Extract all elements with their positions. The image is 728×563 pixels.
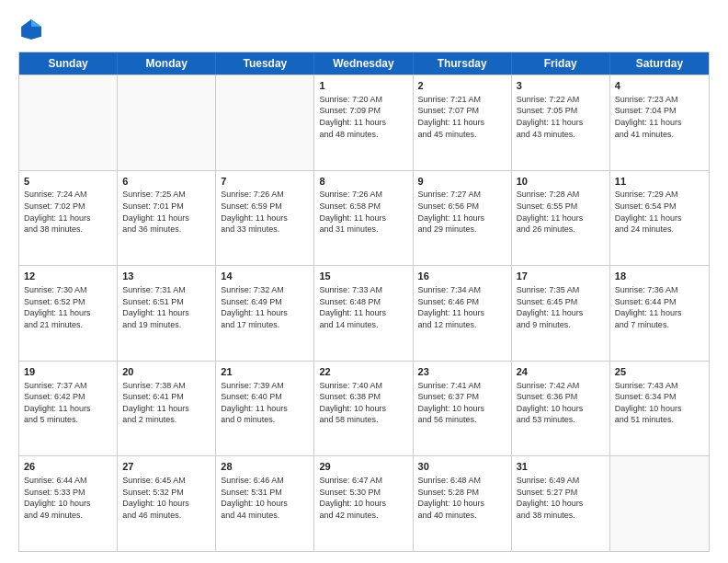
day-number: 8 [319,175,407,189]
day-info: Sunrise: 7:43 AM Sunset: 6:34 PM Dayligh… [615,380,704,426]
calendar-cell: 28Sunrise: 6:46 AM Sunset: 5:31 PM Dayli… [216,456,314,551]
calendar-cell: 14Sunrise: 7:32 AM Sunset: 6:49 PM Dayli… [216,266,314,361]
calendar-cell: 27Sunrise: 6:45 AM Sunset: 5:32 PM Dayli… [118,456,216,551]
calendar-cell [118,75,216,170]
day-info: Sunrise: 7:25 AM Sunset: 7:01 PM Dayligh… [122,189,210,235]
header [18,17,710,42]
weekday-header: Thursday [414,52,512,75]
day-info: Sunrise: 7:30 AM Sunset: 6:52 PM Dayligh… [24,284,112,330]
calendar-cell: 16Sunrise: 7:34 AM Sunset: 6:46 PM Dayli… [414,266,512,361]
calendar-cell: 24Sunrise: 7:42 AM Sunset: 6:36 PM Dayli… [512,362,610,456]
calendar-cell: 5Sunrise: 7:24 AM Sunset: 7:02 PM Daylig… [19,171,118,266]
day-info: Sunrise: 7:27 AM Sunset: 6:56 PM Dayligh… [418,189,506,235]
svg-marker-2 [31,27,41,37]
day-info: Sunrise: 7:36 AM Sunset: 6:44 PM Dayligh… [615,284,704,330]
day-number: 15 [319,270,407,283]
day-number: 14 [221,270,309,283]
day-info: Sunrise: 7:34 AM Sunset: 6:46 PM Dayligh… [418,284,506,330]
calendar-row: 5Sunrise: 7:24 AM Sunset: 7:02 PM Daylig… [19,170,709,266]
day-number: 12 [24,270,112,283]
calendar-header-row: SundayMondayTuesdayWednesdayThursdayFrid… [19,52,709,75]
calendar-cell: 15Sunrise: 7:33 AM Sunset: 6:48 PM Dayli… [314,266,413,361]
weekday-header: Saturday [610,52,709,75]
day-info: Sunrise: 6:49 AM Sunset: 5:27 PM Dayligh… [517,475,605,521]
calendar-cell: 3Sunrise: 7:22 AM Sunset: 7:05 PM Daylig… [512,75,610,170]
calendar-cell: 10Sunrise: 7:28 AM Sunset: 6:55 PM Dayli… [512,171,610,266]
day-info: Sunrise: 7:28 AM Sunset: 6:55 PM Dayligh… [517,189,605,235]
calendar-cell: 18Sunrise: 7:36 AM Sunset: 6:44 PM Dayli… [610,266,709,361]
day-info: Sunrise: 7:29 AM Sunset: 6:54 PM Dayligh… [615,189,704,235]
day-number: 1 [319,79,407,93]
calendar-cell: 19Sunrise: 7:37 AM Sunset: 6:42 PM Dayli… [19,362,118,456]
day-number: 22 [319,365,407,379]
day-info: Sunrise: 7:32 AM Sunset: 6:49 PM Dayligh… [221,284,309,330]
weekday-header: Tuesday [216,52,314,75]
calendar-row: 1Sunrise: 7:20 AM Sunset: 7:09 PM Daylig… [19,75,709,170]
calendar-cell: 25Sunrise: 7:43 AM Sunset: 6:34 PM Dayli… [610,362,709,456]
day-number: 27 [122,460,210,474]
calendar: SundayMondayTuesdayWednesdayThursdayFrid… [18,52,710,552]
day-number: 4 [615,79,704,93]
calendar-cell: 9Sunrise: 7:27 AM Sunset: 6:56 PM Daylig… [414,171,512,266]
day-number: 16 [418,270,506,283]
day-number: 20 [122,365,210,379]
weekday-header: Monday [118,52,216,75]
day-number: 29 [319,460,407,474]
day-number: 18 [615,270,704,283]
day-number: 7 [221,175,309,189]
day-number: 5 [24,175,112,189]
calendar-cell [19,75,118,170]
calendar-cell: 21Sunrise: 7:39 AM Sunset: 6:40 PM Dayli… [216,362,314,456]
day-number: 23 [418,365,506,379]
day-info: Sunrise: 7:40 AM Sunset: 6:38 PM Dayligh… [319,380,407,426]
day-number: 9 [418,175,506,189]
day-number: 13 [122,270,210,283]
day-info: Sunrise: 7:20 AM Sunset: 7:09 PM Dayligh… [319,94,407,140]
weekday-header: Wednesday [314,52,413,75]
calendar-cell: 12Sunrise: 7:30 AM Sunset: 6:52 PM Dayli… [19,266,118,361]
day-info: Sunrise: 6:44 AM Sunset: 5:33 PM Dayligh… [24,475,112,521]
calendar-body: 1Sunrise: 7:20 AM Sunset: 7:09 PM Daylig… [19,75,709,551]
page: SundayMondayTuesdayWednesdayThursdayFrid… [0,0,728,563]
calendar-row: 26Sunrise: 6:44 AM Sunset: 5:33 PM Dayli… [19,455,709,551]
day-number: 21 [221,365,309,379]
calendar-cell: 17Sunrise: 7:35 AM Sunset: 6:45 PM Dayli… [512,266,610,361]
day-info: Sunrise: 6:46 AM Sunset: 5:31 PM Dayligh… [221,475,309,521]
day-number: 2 [418,79,506,93]
day-info: Sunrise: 7:35 AM Sunset: 6:45 PM Dayligh… [517,284,605,330]
calendar-cell [610,456,709,551]
day-info: Sunrise: 6:45 AM Sunset: 5:32 PM Dayligh… [122,475,210,521]
calendar-cell: 8Sunrise: 7:26 AM Sunset: 6:58 PM Daylig… [314,171,413,266]
day-number: 10 [517,175,605,189]
day-number: 26 [24,460,112,474]
calendar-cell: 2Sunrise: 7:21 AM Sunset: 7:07 PM Daylig… [414,75,512,170]
day-number: 6 [122,175,210,189]
day-info: Sunrise: 7:21 AM Sunset: 7:07 PM Dayligh… [418,94,506,140]
calendar-cell: 30Sunrise: 6:48 AM Sunset: 5:28 PM Dayli… [414,456,512,551]
day-number: 25 [615,365,704,379]
calendar-cell [216,75,314,170]
logo [18,17,48,42]
day-number: 17 [517,270,605,283]
calendar-row: 19Sunrise: 7:37 AM Sunset: 6:42 PM Dayli… [19,361,709,456]
calendar-cell: 26Sunrise: 6:44 AM Sunset: 5:33 PM Dayli… [19,456,118,551]
day-info: Sunrise: 7:26 AM Sunset: 6:58 PM Dayligh… [319,189,407,235]
weekday-header: Friday [512,52,610,75]
calendar-row: 12Sunrise: 7:30 AM Sunset: 6:52 PM Dayli… [19,265,709,361]
weekday-header: Sunday [19,52,118,75]
day-number: 19 [24,365,112,379]
calendar-cell: 1Sunrise: 7:20 AM Sunset: 7:09 PM Daylig… [314,75,413,170]
day-info: Sunrise: 7:24 AM Sunset: 7:02 PM Dayligh… [24,189,112,235]
day-number: 3 [517,79,605,93]
day-info: Sunrise: 6:48 AM Sunset: 5:28 PM Dayligh… [418,475,506,521]
day-info: Sunrise: 7:31 AM Sunset: 6:51 PM Dayligh… [122,284,210,330]
day-info: Sunrise: 7:39 AM Sunset: 6:40 PM Dayligh… [221,380,309,426]
day-info: Sunrise: 7:38 AM Sunset: 6:41 PM Dayligh… [122,380,210,426]
calendar-cell: 4Sunrise: 7:23 AM Sunset: 7:04 PM Daylig… [610,75,709,170]
day-info: Sunrise: 7:42 AM Sunset: 6:36 PM Dayligh… [517,380,605,426]
calendar-cell: 23Sunrise: 7:41 AM Sunset: 6:37 PM Dayli… [414,362,512,456]
svg-marker-1 [31,19,41,27]
day-info: Sunrise: 7:22 AM Sunset: 7:05 PM Dayligh… [517,94,605,140]
calendar-cell: 31Sunrise: 6:49 AM Sunset: 5:27 PM Dayli… [512,456,610,551]
day-number: 24 [517,365,605,379]
